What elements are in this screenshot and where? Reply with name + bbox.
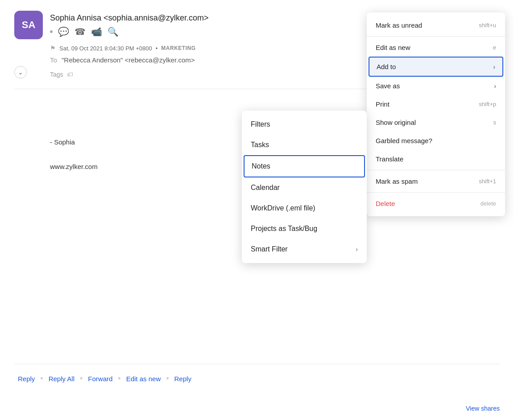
submenu-smart-filter[interactable]: Smart Filter ›: [242, 239, 367, 259]
sep-3: •: [118, 374, 120, 383]
save-as-item[interactable]: Save as ›: [367, 77, 505, 95]
smart-filter-chevron: ›: [356, 246, 358, 253]
add-to-item[interactable]: Add to ›: [369, 57, 503, 77]
submenu-projects-label: Projects as Task/Bug: [251, 225, 317, 233]
sender-name: Sophia Annisa <sophia.annisa@zylker.com>: [50, 13, 209, 23]
divider-3: [367, 192, 505, 193]
meta-dot: •: [156, 45, 158, 52]
tags-label: Tags: [50, 71, 63, 78]
sender-info: Sophia Annisa <sophia.annisa@zylker.com>…: [50, 13, 209, 37]
submenu-filters-label: Filters: [251, 120, 270, 128]
mark-spam-label: Mark as spam: [376, 177, 418, 185]
chat-icon[interactable]: 💬: [58, 26, 69, 37]
show-original-label: Show original: [376, 119, 416, 126]
forward-link[interactable]: Forward: [84, 373, 116, 384]
submenu-notes[interactable]: Notes: [244, 155, 365, 177]
divider-1: [367, 36, 505, 37]
email-date: Sat, 09 Oct 2021 8:04:30 PM +0800: [59, 45, 152, 52]
delete-shortcut: delete: [481, 200, 496, 207]
submenu-calendar-label: Calendar: [251, 184, 280, 192]
save-as-label: Save as: [376, 82, 400, 90]
garbled-label: Garbled message?: [376, 137, 432, 144]
phone-icon[interactable]: ☎: [75, 26, 86, 37]
submenu-filters[interactable]: Filters: [242, 114, 367, 135]
show-original-item[interactable]: Show original s: [367, 113, 505, 132]
translate-label: Translate: [376, 155, 403, 163]
reply-2-link[interactable]: Reply: [171, 373, 195, 384]
garbled-item[interactable]: Garbled message?: [367, 132, 505, 150]
print-shortcut: shift+p: [479, 101, 496, 107]
dot-separator: [50, 30, 53, 33]
sender-actions: 💬 ☎ 📹 🔍: [50, 26, 209, 37]
sender-section: SA Sophia Annisa <sophia.annisa@zylker.c…: [14, 11, 209, 39]
delete-item[interactable]: Delete delete: [367, 194, 505, 213]
submenu-calendar[interactable]: Calendar: [242, 177, 367, 198]
show-original-shortcut: s: [493, 119, 497, 126]
email-tag: MARKETING: [161, 45, 195, 51]
submenu-tasks-label: Tasks: [251, 141, 269, 149]
dropdown-menu: Mark as unread shift+u Edit as new e Add…: [367, 12, 505, 216]
mark-unread-item[interactable]: Mark as unread shift+u: [367, 16, 505, 34]
submenu-notes-label: Notes: [252, 162, 270, 170]
tag-icon: 🏷: [67, 71, 73, 78]
submenu-projects[interactable]: Projects as Task/Bug: [242, 218, 367, 239]
reply-link[interactable]: Reply: [14, 373, 38, 384]
edit-as-new-shortcut: e: [493, 44, 496, 51]
mark-unread-label: Mark as unread: [376, 21, 422, 29]
edit-as-new-label: Edit as new: [376, 44, 410, 51]
email-container: SA Sophia Annisa <sophia.annisa@zylker.c…: [0, 0, 514, 420]
edit-as-new-item[interactable]: Edit as new e: [367, 38, 505, 57]
sep-2: •: [80, 374, 83, 383]
avatar: SA: [14, 11, 43, 39]
view-shares-link[interactable]: View shares: [466, 405, 500, 412]
translate-item[interactable]: Translate: [367, 150, 505, 168]
submenu-workdrive[interactable]: WorkDrive (.eml file): [242, 198, 367, 218]
collapse-button[interactable]: ⌄: [14, 66, 27, 78]
to-address: "Rebecca Anderson" <rebecca@zylker.com>: [62, 56, 195, 64]
add-to-submenu: Filters Tasks Notes Calendar WorkDrive (…: [242, 111, 367, 263]
to-label: To: [50, 56, 57, 64]
print-item[interactable]: Print shift+p: [367, 95, 505, 113]
submenu-smart-filter-label: Smart Filter: [251, 245, 288, 253]
delete-label: Delete: [376, 200, 395, 207]
flag-icon: ⚑: [50, 45, 56, 52]
save-as-chevron: ›: [494, 82, 496, 90]
mark-unread-shortcut: shift+u: [479, 22, 496, 29]
add-to-chevron: ›: [493, 63, 495, 70]
submenu-tasks[interactable]: Tasks: [242, 135, 367, 155]
submenu-workdrive-label: WorkDrive (.eml file): [251, 204, 315, 212]
reply-all-link[interactable]: Reply All: [45, 373, 78, 384]
divider-2: [367, 170, 505, 170]
video-icon[interactable]: 📹: [91, 26, 102, 37]
print-label: Print: [376, 100, 390, 108]
bottom-actions-bar: Reply • Reply All • Forward • Edit as ne…: [14, 364, 500, 384]
mark-spam-item[interactable]: Mark as spam shift+1: [367, 172, 505, 190]
edit-as-new-link[interactable]: Edit as new: [123, 373, 165, 384]
sep-4: •: [166, 374, 169, 383]
sep-1: •: [40, 374, 43, 383]
search-icon[interactable]: 🔍: [108, 26, 119, 37]
add-to-label: Add to: [377, 63, 396, 70]
mark-spam-shortcut: shift+1: [479, 178, 496, 185]
